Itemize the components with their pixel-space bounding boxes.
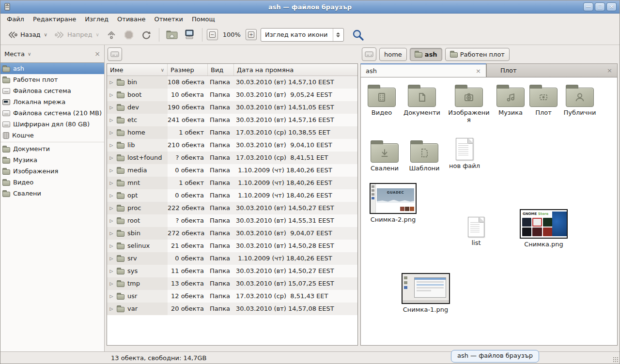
root-location-button[interactable] bbox=[108, 47, 122, 61]
expander-icon[interactable]: ▷ bbox=[109, 303, 114, 315]
folder-item-video[interactable]: Видео bbox=[361, 84, 402, 116]
menu-item-1[interactable]: Редактиране bbox=[29, 15, 80, 24]
menu-item-2[interactable]: Изглед bbox=[80, 15, 113, 24]
table-row[interactable]: ▷selinux21 обектаПапка30.03.2010 (вт) 14… bbox=[107, 240, 357, 252]
up-button[interactable] bbox=[103, 27, 120, 43]
expander-icon[interactable]: ▷ bbox=[109, 290, 114, 303]
table-row[interactable]: ▷lib210 обектаПапка30.03.2010 (вт) 9,04,… bbox=[107, 139, 357, 152]
sidebar-item[interactable]: Видео bbox=[0, 177, 104, 188]
table-row[interactable]: ▷home1 обектПапка17.03.2010 (ср) 10,38,5… bbox=[107, 126, 357, 139]
table-row[interactable]: ▷var20 обектаПапка30.03.2010 (вт) 14,57,… bbox=[107, 303, 357, 315]
expander-icon[interactable]: ▷ bbox=[109, 89, 114, 101]
view-mode-select[interactable]: Изглед като икони bbox=[261, 28, 344, 42]
table-row[interactable]: ▷tmp13 обектаПапка30.03.2010 (вт) 15,07,… bbox=[107, 277, 357, 290]
expander-icon[interactable]: ▷ bbox=[109, 189, 114, 202]
table-row[interactable]: ▷media0 обектаПапка 1.10.2009 (чт) 18,40… bbox=[107, 164, 357, 177]
reload-button[interactable] bbox=[138, 27, 155, 43]
file-item-snimka2[interactable]: GUADEC Снимка-2.png bbox=[369, 183, 418, 223]
sidebar-item[interactable]: Работен плот bbox=[0, 74, 104, 85]
tab-ash[interactable]: ash× bbox=[360, 63, 486, 77]
expander-icon[interactable]: ▷ bbox=[109, 227, 114, 240]
folder-item-pictures[interactable]: Изображения bbox=[448, 84, 490, 123]
folder-item-public[interactable]: Публични bbox=[558, 84, 601, 116]
expander-icon[interactable]: ▷ bbox=[109, 265, 114, 277]
computer-button[interactable] bbox=[181, 27, 198, 43]
expander-icon[interactable]: ▷ bbox=[109, 152, 114, 164]
folder-item-templates[interactable]: Шаблони bbox=[404, 140, 445, 172]
expander-icon[interactable]: ▷ bbox=[109, 164, 114, 177]
forward-button[interactable]: Напред ∨ bbox=[51, 27, 102, 43]
expander-icon[interactable]: ▷ bbox=[109, 126, 114, 139]
file-item-new-file[interactable]: нов файл bbox=[444, 138, 485, 169]
menu-item-0[interactable]: Файл bbox=[2, 15, 29, 24]
sidebar-close-icon[interactable]: × bbox=[94, 50, 100, 58]
expander-icon[interactable]: ▷ bbox=[109, 101, 114, 114]
pathbar-button-home[interactable]: home bbox=[379, 48, 407, 61]
maximize-button[interactable]: □ bbox=[595, 2, 605, 11]
icon-view[interactable]: Видео Документи Изображения Музика Плот bbox=[360, 77, 618, 346]
expander-icon[interactable]: ▷ bbox=[109, 139, 114, 152]
back-button[interactable]: Назад ∨ bbox=[4, 27, 50, 43]
file-item-snimka1[interactable]: Снимка-1.png bbox=[401, 273, 450, 313]
sidebar-item[interactable]: Свалени bbox=[0, 188, 104, 199]
search-button[interactable] bbox=[350, 27, 366, 43]
expander-icon[interactable]: ▷ bbox=[109, 252, 114, 265]
minimize-button[interactable]: — bbox=[583, 2, 593, 11]
sidebar-title[interactable]: Места bbox=[4, 50, 25, 58]
forward-dropdown-icon[interactable]: ∨ bbox=[95, 32, 99, 37]
sidebar-item[interactable]: Файлова система (210 MB) bbox=[0, 107, 104, 119]
home-button[interactable] bbox=[164, 27, 180, 43]
folder-item-documents[interactable]: Документи bbox=[401, 84, 443, 116]
sidebar-item[interactable]: Файлова система bbox=[0, 85, 104, 96]
expander-icon[interactable]: ▷ bbox=[109, 214, 114, 227]
table-row[interactable]: ▷lost+found? обектаПапка17.03.2010 (ср) … bbox=[107, 152, 357, 164]
tab-close-icon[interactable]: × bbox=[607, 67, 612, 74]
table-row[interactable]: ▷usr12 обектаПапка17.03.2010 (ср) 8,51,4… bbox=[107, 290, 357, 303]
table-row[interactable]: ▷sbin272 обектаПапка30.03.2010 (вт) 9,04… bbox=[107, 227, 357, 240]
expander-icon[interactable]: ▷ bbox=[109, 240, 114, 252]
table-row[interactable]: ▷etc241 обектаПапка30.03.2010 (вт) 14,57… bbox=[107, 114, 357, 126]
column-header-type[interactable]: Вид bbox=[208, 64, 234, 76]
combo-spinner-icon[interactable] bbox=[333, 29, 343, 41]
root-location-button[interactable] bbox=[362, 47, 376, 61]
sidebar-item[interactable]: Шифриран дял (80 GB) bbox=[0, 119, 104, 130]
column-header-date[interactable]: Дата на промяна bbox=[234, 64, 357, 76]
table-row[interactable]: ▷bin108 обектаПапка30.03.2010 (вт) 14,57… bbox=[107, 76, 357, 89]
expander-icon[interactable]: ▷ bbox=[109, 76, 114, 89]
table-row[interactable]: ▷opt0 обектаПапка 1.10.2009 (чт) 18,40,2… bbox=[107, 189, 357, 202]
zoom-in-button[interactable]: + bbox=[246, 29, 257, 40]
column-header-name[interactable]: Име∨ bbox=[107, 64, 168, 76]
expander-icon[interactable]: ▷ bbox=[109, 177, 114, 189]
menu-item-4[interactable]: Отметки bbox=[150, 15, 187, 24]
table-row[interactable]: ▷boot10 обектаПапка30.03.2010 (вт) 9,05,… bbox=[107, 89, 357, 101]
close-button[interactable]: × bbox=[606, 2, 617, 11]
table-row[interactable]: ▷proc222 обектаПапка30.03.2010 (вт) 14,5… bbox=[107, 202, 357, 214]
table-row[interactable]: ▷sys11 обектаПапка30.03.2010 (вт) 14,50,… bbox=[107, 265, 357, 277]
expander-icon[interactable]: ▷ bbox=[109, 114, 114, 126]
back-dropdown-icon[interactable]: ∨ bbox=[44, 32, 47, 37]
column-header-size[interactable]: Размер bbox=[168, 64, 208, 76]
folder-item-desktop[interactable]: Плот bbox=[527, 84, 560, 116]
zoom-out-button[interactable]: − bbox=[207, 29, 218, 40]
sidebar-item[interactable]: ash bbox=[0, 63, 104, 74]
menu-item-3[interactable]: Отиване bbox=[113, 15, 150, 24]
sidebar-item[interactable]: Локална мрежа bbox=[0, 96, 104, 107]
file-item-snimka[interactable]: GNOME Store Снимка.png bbox=[519, 209, 568, 248]
sidebar-item[interactable]: Изображения bbox=[0, 166, 104, 177]
sidebar-item[interactable]: Документи bbox=[0, 143, 104, 154]
file-item-list[interactable]: list bbox=[456, 217, 496, 246]
folder-item-downloads[interactable]: Свалени bbox=[364, 140, 405, 172]
expander-icon[interactable]: ▷ bbox=[109, 202, 114, 214]
table-row[interactable]: ▷root? обектаПапка30.03.2010 (вт) 14,55,… bbox=[107, 214, 357, 227]
expander-icon[interactable]: ▷ bbox=[109, 277, 114, 290]
tab-close-icon[interactable]: × bbox=[476, 67, 481, 75]
table-row[interactable]: ▷srv0 обектаПапка 1.10.2009 (чт) 18,40,2… bbox=[107, 252, 357, 265]
sidebar-item[interactable]: Музика bbox=[0, 154, 104, 166]
stop-button[interactable] bbox=[121, 27, 137, 43]
table-row[interactable]: ▷mnt1 обектПапка 1.10.2009 (чт) 18,40,26… bbox=[107, 177, 357, 189]
tab-Плот[interactable]: Плот× bbox=[486, 63, 618, 77]
table-row[interactable]: ▷dev190 обектаПапка30.03.2010 (вт) 14,51… bbox=[107, 101, 357, 114]
pathbar-button-ash[interactable]: ash bbox=[410, 48, 442, 61]
sidebar-title-chevron-icon[interactable]: ∨ bbox=[28, 51, 31, 57]
resize-grip[interactable] bbox=[613, 357, 619, 363]
